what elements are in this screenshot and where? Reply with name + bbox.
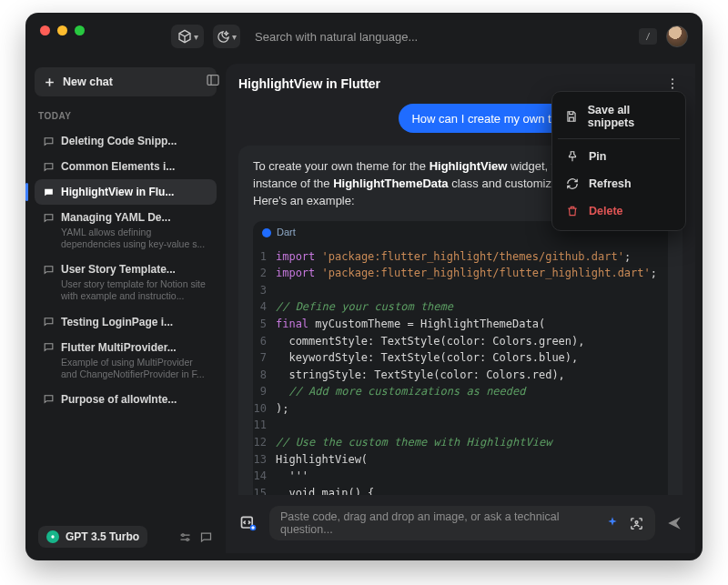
chat-item-title: Purpose of allowInte...: [61, 393, 177, 406]
code-language-label: Dart: [277, 226, 296, 240]
composer-placeholder: Paste code, drag and drop an image, or a…: [280, 510, 598, 536]
chat-item-subtitle: YAML allows defining dependencies using …: [42, 227, 209, 250]
svg-point-6: [672, 87, 673, 89]
svg-rect-0: [207, 76, 218, 86]
section-label-today: TODAY: [38, 111, 213, 121]
chat-bubble-icon: [42, 341, 55, 354]
code-block: Dart 123456789101112131415 import 'packa…: [253, 221, 668, 495]
topbar: ▾ ▾ Search with natural language... /: [25, 13, 703, 60]
language-dot-icon: [262, 228, 271, 237]
context-menu-label: Pin: [589, 150, 606, 163]
workspace-picker[interactable]: ▾: [171, 25, 204, 48]
chat-list: Deleting Code Snipp...Common Elements i.…: [35, 128, 217, 412]
svg-point-3: [187, 538, 189, 540]
chat-bubble-icon: [199, 530, 213, 544]
sliders-icon: [178, 530, 192, 544]
user-avatar[interactable]: [666, 25, 688, 47]
context-menu-label: Delete: [589, 205, 623, 217]
chat-bubble-icon: [42, 160, 55, 173]
chat-item-subtitle: User story template for Notion site with…: [42, 278, 209, 302]
ai-mode-button[interactable]: ▾: [213, 25, 240, 48]
sidebar-footer: GPT 3.5 Turbo: [35, 520, 217, 553]
new-chat-label: New chat: [63, 76, 113, 88]
context-menu-label: Save all snippets: [588, 104, 672, 129]
context-menu-item[interactable]: Save all snippets: [558, 97, 680, 139]
chat-bubble-icon: [42, 186, 55, 198]
app-window: ▾ ▾ Search with natural language... / Ne…: [25, 13, 703, 560]
conversation-context-menu: Save all snippetsPinRefreshDelete: [551, 91, 686, 231]
context-menu-label: Refresh: [589, 177, 632, 190]
chat-bubble-icon: [42, 263, 55, 276]
chat-bubble-icon: [42, 393, 55, 406]
svg-point-2: [182, 533, 185, 536]
settings-icon-button[interactable]: [178, 530, 192, 544]
chat-bubble-icon: [42, 135, 55, 147]
maximize-window-dot[interactable]: [75, 25, 85, 35]
sidebar-chat-item[interactable]: Managing YAML De...YAML allows defining …: [35, 205, 217, 257]
topbar-right: /: [639, 25, 688, 47]
attach-snippet-button[interactable]: [237, 511, 260, 535]
sidebar-chat-item[interactable]: Common Elements i...: [35, 154, 217, 179]
sidebar-chat-item[interactable]: Flutter MultiProvider...Example of using…: [35, 335, 217, 387]
send-icon: [666, 515, 682, 531]
conversation-title: HighlightView in Flutter: [238, 76, 380, 91]
refresh-icon: [565, 177, 580, 191]
code-lines: import 'package:flutter_highlight/themes…: [276, 248, 668, 495]
svg-point-5: [672, 83, 673, 85]
sidebar-chat-item[interactable]: Deleting Code Snipp...: [35, 128, 217, 154]
chat-item-title: HighlightView in Flu...: [61, 186, 174, 198]
save-icon: [565, 109, 579, 124]
composer: Paste code, drag and drop an image, or a…: [237, 502, 684, 544]
model-picker[interactable]: GPT 3.5 Turbo: [38, 526, 147, 548]
context-menu-item[interactable]: Delete: [558, 197, 680, 225]
scan-icon: [629, 516, 644, 531]
chat-bubble-icon: [42, 316, 55, 328]
chat-item-subtitle: Example of using MultiProvider and Chang…: [42, 357, 209, 380]
panel-left-icon: [206, 73, 220, 87]
svg-point-1: [51, 535, 54, 538]
chat-item-title: Managing YAML De...: [61, 211, 170, 224]
sidebar: New chat TODAY Deleting Code Snipp...Com…: [25, 60, 226, 560]
openai-logo-icon: [46, 530, 59, 543]
chat-bubble-icon: [42, 211, 55, 224]
cube-icon: [177, 29, 192, 44]
kebab-icon: [665, 76, 680, 91]
sidebar-chat-item[interactable]: User Story Template...User story templat…: [35, 257, 217, 308]
chevron-down-icon: ▾: [194, 32, 198, 42]
trash-icon: [565, 204, 580, 218]
model-label: GPT 3.5 Turbo: [66, 530, 139, 543]
code-gutter: 123456789101112131415: [253, 248, 276, 495]
conversation-panel: HighlightView in Flutter Save all snippe…: [226, 64, 695, 553]
send-button[interactable]: [664, 515, 684, 531]
sidebar-chat-item[interactable]: HighlightView in Flu...: [35, 179, 217, 205]
sidebar-chat-item[interactable]: Purpose of allowInte...: [35, 387, 217, 412]
code-plus-icon: [239, 514, 258, 532]
ai-assist-button[interactable]: [605, 516, 620, 530]
context-menu-item[interactable]: Refresh: [558, 170, 680, 197]
chat-item-title: Common Elements i...: [61, 160, 175, 173]
chat-item-title: User Story Template...: [61, 263, 176, 276]
minimize-window-dot[interactable]: [57, 25, 67, 35]
scan-button[interactable]: [629, 516, 644, 531]
keyboard-shortcut-hint: /: [639, 28, 657, 45]
chat-item-title: Testing LoginPage i...: [61, 316, 173, 328]
toggle-sidebar-button[interactable]: [204, 71, 222, 89]
chevron-down-icon: ▾: [232, 32, 237, 42]
plus-icon: [44, 76, 56, 88]
svg-point-9: [635, 520, 638, 523]
sidebar-chat-item[interactable]: Testing LoginPage i...: [35, 309, 217, 335]
sparkle-moon-icon: [217, 30, 230, 44]
search-input[interactable]: Search with natural language...: [249, 30, 630, 44]
composer-input[interactable]: Paste code, drag and drop an image, or a…: [269, 506, 655, 540]
close-window-dot[interactable]: [40, 25, 50, 35]
window-traffic-lights: [40, 25, 85, 35]
context-menu-item[interactable]: Pin: [558, 143, 680, 170]
sparkle-icon: [605, 516, 620, 530]
chat-item-title: Flutter MultiProvider...: [61, 341, 177, 354]
chat-item-title: Deleting Code Snipp...: [61, 135, 177, 147]
pin-icon: [565, 149, 580, 164]
new-chat-button[interactable]: New chat: [35, 67, 217, 96]
history-icon-button[interactable]: [199, 530, 213, 544]
svg-point-4: [672, 78, 673, 80]
